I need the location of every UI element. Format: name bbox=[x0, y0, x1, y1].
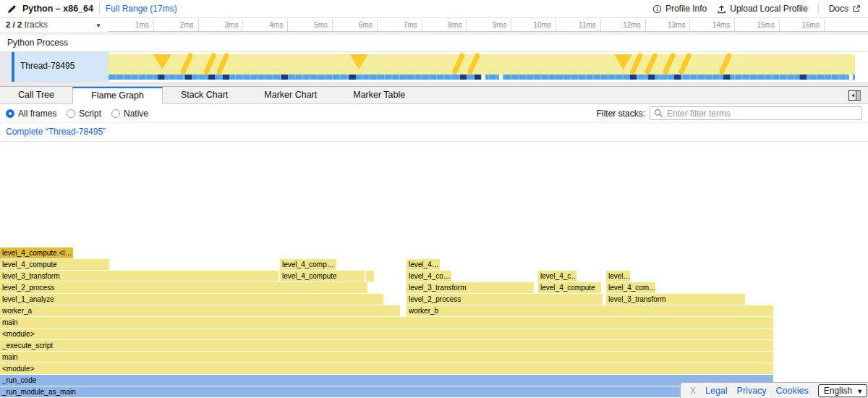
thread-track-visualization[interactable] bbox=[109, 52, 855, 82]
sidebar-toggle-icon[interactable] bbox=[848, 90, 861, 101]
cpu-busy-segment bbox=[674, 75, 681, 80]
flame-box[interactable]: level_4_com… bbox=[606, 282, 655, 293]
footer-link-legal[interactable]: Legal bbox=[705, 386, 728, 396]
cpu-busy-segment bbox=[648, 75, 655, 80]
flame-box[interactable]: level_2_process bbox=[407, 294, 603, 305]
cpu-busy-segment bbox=[475, 75, 481, 80]
flame-box[interactable]: level_4_co… bbox=[407, 271, 451, 281]
flame-box[interactable]: level_3_transform bbox=[0, 271, 278, 281]
tracks-word: tracks bbox=[25, 20, 48, 30]
flame-box[interactable]: level_4_c… bbox=[538, 271, 576, 281]
flame-graph-toolbar: All framesScriptNative Filter stacks: bbox=[0, 104, 868, 123]
flame-box[interactable]: level_4_compute bbox=[280, 271, 365, 281]
flame-box[interactable]: level_1_analyze bbox=[0, 294, 383, 305]
flame-box[interactable]: <module> bbox=[0, 329, 773, 339]
cpu-busy-segment bbox=[158, 75, 164, 80]
flame-box[interactable]: _run_code bbox=[0, 375, 773, 386]
flame-box[interactable]: _run_module_as_main bbox=[0, 386, 773, 397]
filter-stacks-input[interactable] bbox=[650, 106, 862, 120]
radio-button-icon bbox=[111, 109, 120, 118]
radio-label: Native bbox=[124, 109, 148, 119]
radio-all-frames[interactable]: All frames bbox=[6, 109, 56, 119]
language-select[interactable]: English (US) ▼ bbox=[818, 384, 867, 397]
header-separator bbox=[99, 4, 100, 14]
docs-link[interactable]: Docs bbox=[829, 4, 861, 14]
flame-box[interactable]: level_4_compute bbox=[0, 259, 109, 270]
footer-link-cookies[interactable]: Cookies bbox=[776, 386, 809, 396]
profile-info-button[interactable]: Profile Info bbox=[652, 4, 707, 14]
radio-label: Script bbox=[79, 109, 101, 119]
full-range-button[interactable]: Full Range (17ms) bbox=[106, 4, 177, 14]
flame-box[interactable]: worker_a bbox=[0, 305, 400, 316]
ruler-tick-line bbox=[824, 19, 825, 31]
thread-track-label[interactable]: Thread-78495 bbox=[0, 52, 109, 82]
upload-profile-button[interactable]: Upload Local Profile bbox=[717, 4, 807, 14]
breadcrumb[interactable]: Complete “Thread-78495” bbox=[0, 123, 868, 142]
tab-flame-graph[interactable]: Flame Graph bbox=[72, 87, 163, 104]
cpu-busy-segment bbox=[349, 75, 356, 80]
profile-title: Python – x86_64 bbox=[22, 4, 93, 14]
timeline-ruler[interactable]: 1ms2ms3ms4ms5ms6ms7ms8ms9ms10ms11ms12ms1… bbox=[0, 19, 868, 32]
tracks-dropdown[interactable]: 2 / 2 tracks ▼ bbox=[0, 19, 109, 32]
flame-box[interactable]: _execute_script bbox=[0, 340, 773, 351]
radio-button-icon bbox=[6, 109, 14, 118]
cpu-busy-segment bbox=[185, 75, 192, 80]
ruler-tick-label: 15ms bbox=[734, 19, 775, 31]
flame-box[interactable]: level_2_process bbox=[0, 282, 367, 293]
flame-box[interactable]: level_4_comp… bbox=[280, 259, 336, 270]
footer-close-button[interactable]: X bbox=[690, 386, 696, 396]
flame-graph[interactable]: level_4_compute.<l…level_4_computelevel_… bbox=[0, 142, 868, 398]
tab-call-tree[interactable]: Call Tree bbox=[0, 87, 72, 103]
search-icon bbox=[654, 109, 663, 120]
ruler-tick-label: 11ms bbox=[556, 19, 596, 31]
flame-box[interactable]: level_3_transform bbox=[407, 282, 534, 293]
ruler-tick-label: 10ms bbox=[511, 19, 551, 31]
ruler-tick-label: 2ms bbox=[153, 19, 194, 31]
radio-script[interactable]: Script bbox=[67, 109, 101, 119]
track-canvas[interactable] bbox=[109, 52, 855, 82]
ruler-tick-label: 7ms bbox=[377, 19, 417, 31]
process-track-header[interactable]: Python Process bbox=[0, 35, 868, 52]
ruler-tick-label: 13ms bbox=[644, 19, 685, 31]
external-link-icon bbox=[852, 4, 861, 13]
cpu-busy-segment bbox=[223, 75, 229, 80]
flame-box[interactable]: <module> bbox=[0, 363, 773, 374]
flame-box[interactable]: main bbox=[0, 317, 773, 328]
thread-track[interactable]: Thread-78495 bbox=[0, 52, 868, 82]
flame-box[interactable]: level_4… bbox=[407, 259, 440, 270]
ruler-tick-label: 14ms bbox=[689, 19, 730, 31]
upload-icon bbox=[717, 4, 726, 14]
radio-button-icon bbox=[67, 109, 75, 118]
radio-native[interactable]: Native bbox=[111, 109, 148, 119]
thread-name: Thread-78495 bbox=[20, 61, 75, 71]
flame-box[interactable]: level_4_compute bbox=[538, 282, 601, 293]
tab-marker-table[interactable]: Marker Table bbox=[335, 87, 423, 103]
radio-label: All frames bbox=[18, 109, 56, 119]
flame-box[interactable]: main bbox=[0, 352, 773, 363]
flame-box[interactable]: worker_b bbox=[407, 305, 773, 316]
tab-bar: Call TreeFlame GraphStack ChartMarker Ch… bbox=[0, 86, 868, 104]
frame-filter-radios: All framesScriptNative bbox=[6, 109, 158, 119]
cpu-busy-segment bbox=[460, 75, 467, 80]
flame-box[interactable] bbox=[366, 271, 374, 281]
ruler-tick-label: 3ms bbox=[197, 19, 238, 31]
flame-box[interactable]: level_4_compute.<l… bbox=[0, 247, 73, 258]
cpu-busy-segment bbox=[630, 75, 637, 80]
tab-marker-chart[interactable]: Marker Chart bbox=[246, 87, 335, 103]
footer-link-privacy[interactable]: Privacy bbox=[737, 386, 767, 396]
cpu-busy-segment bbox=[800, 75, 807, 80]
header-separator bbox=[818, 4, 819, 14]
tab-stack-chart[interactable]: Stack Chart bbox=[163, 87, 246, 103]
flame-box[interactable]: level… bbox=[606, 271, 630, 281]
cpu-busy-segment bbox=[281, 75, 288, 80]
flame-box[interactable]: level_3_transform bbox=[606, 294, 745, 305]
edit-pencil-icon[interactable] bbox=[7, 4, 17, 14]
footer-links: LegalPrivacyCookies bbox=[705, 386, 809, 396]
ruler-tick-label: 12ms bbox=[600, 19, 641, 31]
ruler-tick-label: 8ms bbox=[421, 19, 461, 31]
track-gutter bbox=[0, 52, 12, 82]
footer-bar: X LegalPrivacyCookies English (US) ▼ bbox=[680, 382, 868, 398]
top-header: Python – x86_64 Full Range (17ms) Profil… bbox=[0, 0, 868, 18]
chevron-down-icon: ▼ bbox=[95, 20, 101, 32]
ruler-tick-label: 4ms bbox=[242, 19, 283, 31]
